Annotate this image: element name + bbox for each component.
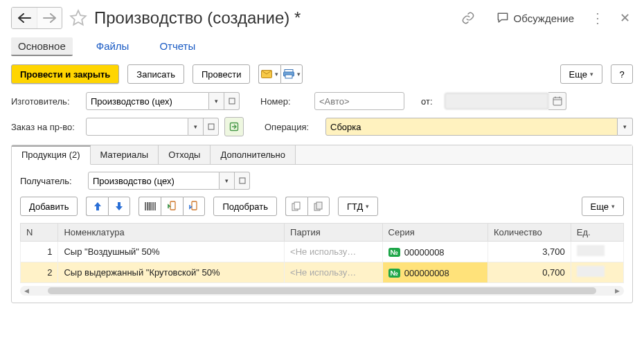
discussion-label: Обсуждение bbox=[514, 12, 574, 24]
svg-rect-5 bbox=[553, 98, 562, 105]
products-toolbar: Добавить bbox=[20, 197, 624, 216]
tab-main[interactable]: Основное bbox=[11, 37, 73, 56]
horizontal-scrollbar[interactable]: ◀ ▶ bbox=[20, 286, 624, 296]
recipient-combo[interactable]: ▾ bbox=[88, 172, 250, 190]
number-label: Номер: bbox=[260, 96, 309, 107]
unit-blurred bbox=[577, 266, 605, 277]
date-value-blurred bbox=[445, 93, 548, 109]
dropdown-icon[interactable]: ▾ bbox=[209, 92, 224, 110]
manufacturer-combo[interactable]: ▾ bbox=[86, 92, 240, 110]
svg-rect-19 bbox=[192, 201, 197, 210]
order-combo[interactable]: ▾ bbox=[86, 118, 219, 136]
unit-blurred bbox=[577, 245, 605, 256]
col-nomenclature[interactable]: Номенклатура bbox=[58, 224, 285, 242]
order-input[interactable] bbox=[86, 118, 188, 136]
back-button[interactable] bbox=[12, 8, 37, 28]
tab-products[interactable]: Продукция (2) bbox=[12, 145, 91, 165]
products-table: N Номенклатура Партия Серия Количество Е… bbox=[20, 223, 624, 283]
number-badge-icon: № bbox=[388, 269, 400, 278]
col-qty[interactable]: Количество bbox=[488, 224, 571, 242]
table-row[interactable]: 1 Сыр "Воздушный" 50% <Не использу… №000… bbox=[21, 242, 624, 262]
tab-materials[interactable]: Материалы bbox=[91, 145, 159, 164]
svg-rect-21 bbox=[294, 202, 300, 209]
dropdown-icon[interactable]: ▾ bbox=[188, 118, 204, 136]
col-part[interactable]: Партия bbox=[285, 224, 383, 242]
post-and-close-button[interactable]: Провести и закрыть bbox=[11, 64, 119, 84]
scroll-left-icon[interactable]: ◀ bbox=[20, 287, 33, 294]
open-icon[interactable] bbox=[235, 172, 250, 190]
operation-input[interactable] bbox=[325, 118, 618, 136]
gtd-button[interactable]: ГТД ▾ bbox=[338, 197, 378, 216]
scanner-download-button[interactable] bbox=[183, 197, 205, 216]
svg-rect-4 bbox=[229, 98, 235, 104]
calendar-icon[interactable] bbox=[548, 92, 566, 110]
command-bar: Провести и закрыть Записать Провести ▾ ▾… bbox=[11, 64, 633, 84]
forward-button[interactable] bbox=[37, 8, 62, 28]
tab-files[interactable]: Файлы bbox=[89, 37, 136, 56]
link-icon[interactable] bbox=[457, 10, 479, 26]
add-row-button[interactable]: Добавить bbox=[20, 197, 78, 216]
tab-waste[interactable]: Отходы bbox=[159, 145, 211, 164]
svg-rect-3 bbox=[285, 75, 292, 78]
more-button[interactable]: Еще ▾ bbox=[560, 64, 602, 84]
tabset: Продукция (2) Материалы Отходы Дополните… bbox=[12, 145, 632, 165]
open-icon[interactable] bbox=[204, 118, 219, 136]
date-field[interactable] bbox=[445, 92, 566, 110]
move-down-button[interactable] bbox=[108, 197, 130, 216]
fill-by-order-button[interactable] bbox=[224, 117, 244, 136]
table-more-button[interactable]: Еще ▾ bbox=[582, 197, 624, 216]
scroll-right-icon[interactable]: ▶ bbox=[611, 287, 624, 294]
nav-buttons bbox=[11, 7, 62, 29]
kebab-menu-icon[interactable]: ⋮ bbox=[591, 10, 605, 26]
email-button[interactable]: ▾ bbox=[258, 64, 280, 84]
discussion-button[interactable]: Обсуждение bbox=[492, 10, 578, 26]
recipient-label: Получатель: bbox=[20, 176, 82, 186]
open-icon[interactable] bbox=[224, 92, 240, 110]
post-button[interactable]: Провести bbox=[193, 64, 251, 84]
scanner-upload-button[interactable] bbox=[161, 197, 183, 216]
send-print-group: ▾ ▾ bbox=[258, 64, 303, 84]
pick-button[interactable]: Подобрать bbox=[213, 197, 276, 216]
operation-label: Операция: bbox=[265, 122, 320, 132]
dropdown-icon[interactable]: ▾ bbox=[618, 118, 633, 136]
tab-additional[interactable]: Дополнительно bbox=[211, 145, 296, 164]
save-button[interactable]: Записать bbox=[127, 64, 184, 84]
section-tabs: Основное Файлы Отчеты bbox=[11, 35, 633, 64]
copy-button[interactable] bbox=[285, 197, 307, 216]
svg-rect-23 bbox=[316, 202, 322, 209]
tabs-panel: Продукция (2) Материалы Отходы Дополните… bbox=[11, 145, 633, 303]
page-title: Производство (создание) * bbox=[94, 8, 450, 28]
svg-rect-18 bbox=[170, 201, 175, 210]
close-icon[interactable]: ✕ bbox=[617, 10, 633, 26]
recipient-input[interactable] bbox=[88, 172, 220, 190]
svg-rect-9 bbox=[208, 124, 214, 129]
table-row[interactable]: 2 Сыр выдержанный "Крутовской" 50% <Не и… bbox=[21, 262, 624, 283]
paste-button[interactable] bbox=[307, 197, 330, 216]
operation-combo[interactable]: ▾ bbox=[325, 118, 633, 136]
manufacturer-input[interactable] bbox=[86, 92, 209, 110]
scroll-thumb[interactable] bbox=[48, 287, 596, 294]
dropdown-icon[interactable]: ▾ bbox=[220, 172, 235, 190]
barcode-button[interactable] bbox=[138, 197, 161, 216]
titlebar: Производство (создание) * Обсуждение ⋮ ✕ bbox=[11, 7, 633, 35]
from-label: от: bbox=[421, 96, 439, 107]
favorite-star-icon[interactable] bbox=[69, 9, 87, 27]
move-up-button[interactable] bbox=[86, 197, 108, 216]
col-n[interactable]: N bbox=[21, 224, 58, 242]
svg-rect-11 bbox=[240, 178, 245, 183]
number-input[interactable] bbox=[314, 92, 404, 110]
help-button[interactable]: ? bbox=[611, 64, 633, 84]
tab-reports[interactable]: Отчеты bbox=[152, 37, 202, 56]
number-badge-icon: № bbox=[388, 248, 400, 257]
col-unit[interactable]: Ед. bbox=[571, 224, 623, 242]
col-series[interactable]: Серия bbox=[382, 224, 488, 242]
manufacturer-label: Изготовитель: bbox=[11, 96, 80, 107]
print-button[interactable]: ▾ bbox=[280, 64, 303, 84]
header-form: Изготовитель: ▾ Номер: от: Заказ на пр bbox=[11, 92, 633, 136]
order-label: Заказ на пр-во: bbox=[11, 122, 80, 132]
